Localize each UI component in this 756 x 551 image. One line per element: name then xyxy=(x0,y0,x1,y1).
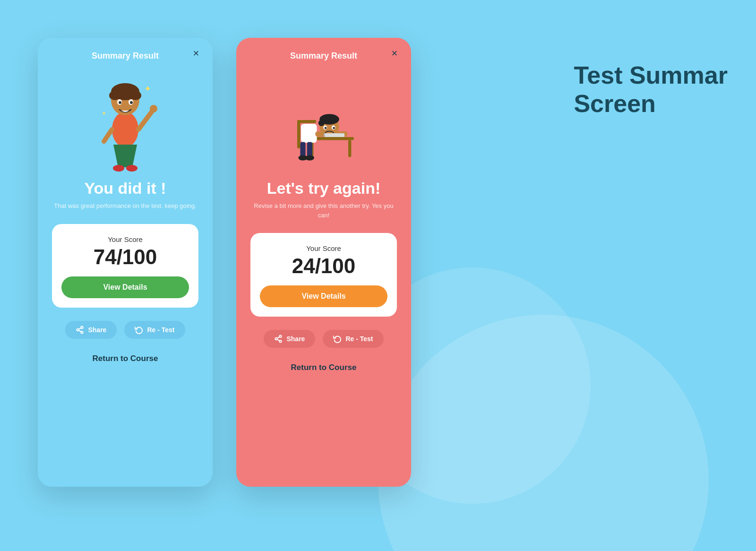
page-title: Test Summar Screen xyxy=(574,61,728,118)
fail-character xyxy=(276,66,371,174)
svg-point-0 xyxy=(112,112,138,147)
success-view-details-btn[interactable]: View Details xyxy=(61,276,189,298)
success-character: ✦ ✦ xyxy=(78,66,172,174)
fail-heading: Let's try again! xyxy=(258,179,390,198)
svg-point-12 xyxy=(113,165,124,172)
svg-rect-40 xyxy=(324,133,325,137)
retest-icon-fail xyxy=(333,335,342,343)
svg-line-11 xyxy=(104,129,112,141)
fail-view-details-btn[interactable]: View Details xyxy=(260,285,387,307)
close-button-fail[interactable]: × xyxy=(387,46,402,60)
success-score-value: 74/100 xyxy=(94,245,157,269)
success-share-btn[interactable]: Share xyxy=(65,321,117,339)
svg-point-33 xyxy=(325,127,327,129)
svg-point-13 xyxy=(126,165,137,172)
fail-share-btn[interactable]: Share xyxy=(264,330,315,348)
fail-retest-btn[interactable]: Re - Test xyxy=(323,330,383,348)
svg-point-34 xyxy=(333,127,335,129)
success-card-title: Summary Result xyxy=(92,51,159,61)
svg-rect-25 xyxy=(297,120,316,123)
success-return-btn[interactable]: Return to Course xyxy=(93,354,158,363)
cards-container: × Summary Result xyxy=(38,38,411,487)
svg-point-4 xyxy=(130,91,141,100)
success-share-label: Share xyxy=(88,326,106,334)
svg-line-9 xyxy=(138,111,153,129)
svg-point-8 xyxy=(130,101,133,104)
fail-return-btn[interactable]: Return to Course xyxy=(291,363,357,372)
fail-retest-label: Re - Test xyxy=(345,335,373,343)
success-subtext: That was great performance on the test. … xyxy=(40,201,210,211)
svg-rect-35 xyxy=(300,142,305,157)
svg-line-19 xyxy=(79,330,81,332)
svg-point-10 xyxy=(150,105,157,112)
svg-rect-24 xyxy=(297,120,300,148)
fail-score-value: 24/100 xyxy=(292,254,356,278)
svg-line-44 xyxy=(277,339,280,341)
retest-icon xyxy=(135,326,143,334)
close-button-success[interactable]: × xyxy=(189,46,203,60)
svg-point-38 xyxy=(305,155,314,160)
share-icon xyxy=(76,326,84,334)
svg-rect-23 xyxy=(348,140,351,157)
fail-card: × Summary Result xyxy=(236,38,411,487)
success-retest-label: Re - Test xyxy=(147,326,174,334)
svg-line-45 xyxy=(277,337,280,338)
success-action-buttons: Share Re - Test xyxy=(65,321,185,339)
success-card: × Summary Result xyxy=(38,38,213,487)
svg-point-7 xyxy=(119,101,121,104)
svg-text:✦: ✦ xyxy=(102,110,106,117)
fail-subtext: Revise a bit more and give this another … xyxy=(236,201,411,220)
success-score-label: Your Score xyxy=(108,235,143,243)
success-retest-btn[interactable]: Re - Test xyxy=(124,321,185,339)
svg-rect-39 xyxy=(324,133,344,137)
sad-character-svg xyxy=(286,68,361,172)
fail-score-box: Your Score 24/100 View Details xyxy=(250,233,397,317)
svg-rect-26 xyxy=(301,124,317,143)
svg-point-3 xyxy=(109,91,120,100)
share-icon-fail xyxy=(274,335,283,343)
svg-rect-36 xyxy=(307,142,312,157)
fail-action-buttons: Share Re - Test xyxy=(264,330,383,348)
success-score-box: Your Score 74/100 View Details xyxy=(52,224,198,308)
svg-text:✦: ✦ xyxy=(144,84,151,94)
success-heading: You did it ! xyxy=(75,179,175,198)
fail-card-title: Summary Result xyxy=(290,51,357,61)
happy-character-svg: ✦ ✦ xyxy=(87,68,163,172)
svg-line-20 xyxy=(79,327,81,329)
svg-point-30 xyxy=(318,120,325,126)
fail-share-label: Share xyxy=(286,335,305,343)
fail-score-label: Your Score xyxy=(306,244,341,252)
